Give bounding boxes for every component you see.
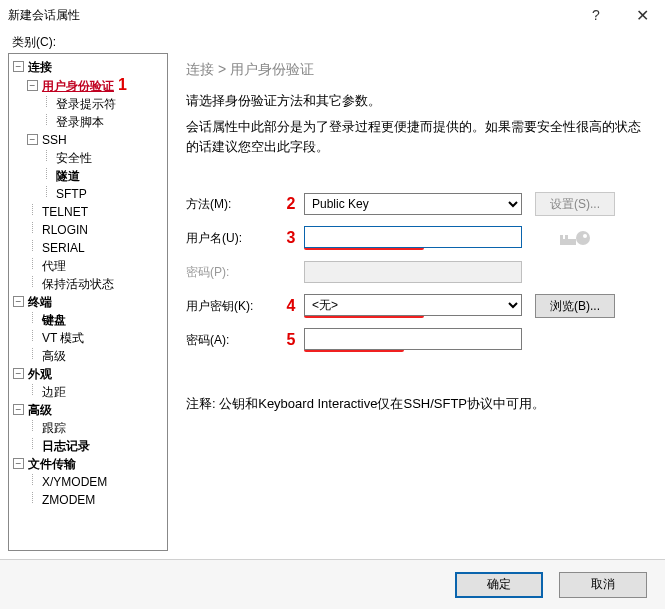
- tree-zmodem[interactable]: ZMODEM: [42, 493, 95, 507]
- titlebar: 新建会话属性 ? ✕: [0, 0, 665, 30]
- password2-label: 密码(A):: [186, 332, 274, 349]
- tree-tunnel[interactable]: 隧道: [56, 169, 80, 183]
- tree-proxy[interactable]: 代理: [42, 259, 66, 273]
- tree-sftp[interactable]: SFTP: [56, 187, 87, 201]
- password2-input[interactable]: [304, 328, 522, 350]
- collapse-icon[interactable]: −: [13, 296, 24, 307]
- svg-point-3: [576, 231, 590, 245]
- tree-ssh[interactable]: SSH: [42, 133, 67, 147]
- collapse-icon[interactable]: −: [27, 134, 38, 145]
- tree-transfer[interactable]: 文件传输: [28, 457, 76, 471]
- method-select[interactable]: Public Key: [304, 193, 522, 215]
- dialog-content: 类别(C): −连接 −用户身份验证1 登录提示符 登录脚本: [0, 30, 665, 559]
- browse-button[interactable]: 浏览(B)...: [535, 294, 615, 318]
- tree-keyboard[interactable]: 键盘: [42, 313, 66, 327]
- annotation-5: 5: [287, 331, 296, 348]
- window-title: 新建会话属性: [8, 7, 573, 24]
- annotation-3: 3: [287, 229, 296, 246]
- tree-auth[interactable]: 用户身份验证: [42, 79, 114, 93]
- tree-log[interactable]: 日志记录: [42, 439, 90, 453]
- tree-trace[interactable]: 跟踪: [42, 421, 66, 435]
- tree-serial[interactable]: SERIAL: [42, 241, 85, 255]
- category-tree[interactable]: −连接 −用户身份验证1 登录提示符 登录脚本 −SSH 安全性: [8, 53, 168, 551]
- category-label: 类别(C):: [8, 30, 657, 53]
- svg-point-4: [583, 234, 587, 238]
- password-input: [304, 261, 522, 283]
- tree-rlogin[interactable]: RLOGIN: [42, 223, 88, 237]
- cancel-button[interactable]: 取消: [559, 572, 647, 598]
- ok-button[interactable]: 确定: [455, 572, 543, 598]
- tree-keepalive[interactable]: 保持活动状态: [42, 277, 114, 291]
- collapse-icon[interactable]: −: [13, 458, 24, 469]
- svg-rect-0: [560, 239, 576, 245]
- collapse-icon[interactable]: −: [13, 61, 24, 72]
- annotation-2: 2: [287, 195, 296, 212]
- svg-rect-1: [560, 235, 563, 239]
- annotation-1: 1: [118, 76, 127, 93]
- settings-button[interactable]: 设置(S)...: [535, 192, 615, 216]
- annotation-4: 4: [287, 297, 296, 314]
- desc-line2: 会话属性中此部分是为了登录过程更便捷而提供的。如果需要安全性很高的状态的话建议您…: [186, 117, 651, 157]
- tree-terminal[interactable]: 终端: [28, 295, 52, 309]
- tree-login-prompt[interactable]: 登录提示符: [56, 97, 116, 111]
- method-label: 方法(M):: [186, 196, 274, 213]
- tree-telnet[interactable]: TELNET: [42, 205, 88, 219]
- tree-vt[interactable]: VT 模式: [42, 331, 84, 345]
- collapse-icon[interactable]: −: [13, 368, 24, 379]
- close-button[interactable]: ✕: [619, 0, 665, 30]
- note-text: 注释: 公钥和Keyboard Interactive仅在SSH/SFTP协议中…: [186, 395, 651, 413]
- tree-connection[interactable]: 连接: [28, 60, 52, 74]
- userkey-select[interactable]: <无>: [304, 294, 522, 316]
- breadcrumb: 连接 > 用户身份验证: [186, 59, 651, 87]
- help-button[interactable]: ?: [573, 0, 619, 30]
- tree-advanced[interactable]: 高级: [28, 403, 52, 417]
- tree-xymodem[interactable]: X/YMODEM: [42, 475, 107, 489]
- collapse-icon[interactable]: −: [27, 80, 38, 91]
- form-panel: 连接 > 用户身份验证 请选择身份验证方法和其它参数。 会话属性中此部分是为了登…: [168, 53, 657, 551]
- svg-rect-2: [565, 235, 568, 239]
- username-label: 用户名(U):: [186, 230, 274, 247]
- tree-login-script[interactable]: 登录脚本: [56, 115, 104, 129]
- desc-line1: 请选择身份验证方法和其它参数。: [186, 91, 651, 111]
- tree-advanced-terminal[interactable]: 高级: [42, 349, 66, 363]
- username-input[interactable]: [304, 226, 522, 248]
- button-bar: 确定 取消: [0, 559, 665, 609]
- password-label: 密码(P):: [186, 264, 274, 281]
- key-icon: [558, 223, 592, 253]
- collapse-icon[interactable]: −: [13, 404, 24, 415]
- tree-appearance[interactable]: 外观: [28, 367, 52, 381]
- tree-margin[interactable]: 边距: [42, 385, 66, 399]
- tree-security[interactable]: 安全性: [56, 151, 92, 165]
- userkey-label: 用户密钥(K):: [186, 298, 274, 315]
